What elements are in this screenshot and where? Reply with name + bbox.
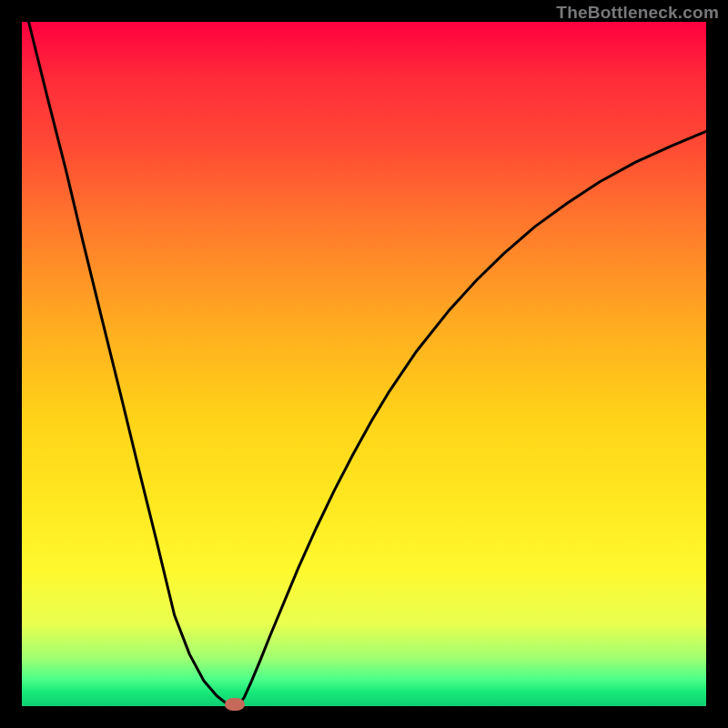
chart-root: TheBottleneck.com [0, 0, 728, 728]
watermark-text: TheBottleneck.com [556, 3, 719, 23]
curve-path [29, 22, 706, 706]
min-marker [225, 698, 245, 711]
curve-layer [22, 22, 706, 706]
